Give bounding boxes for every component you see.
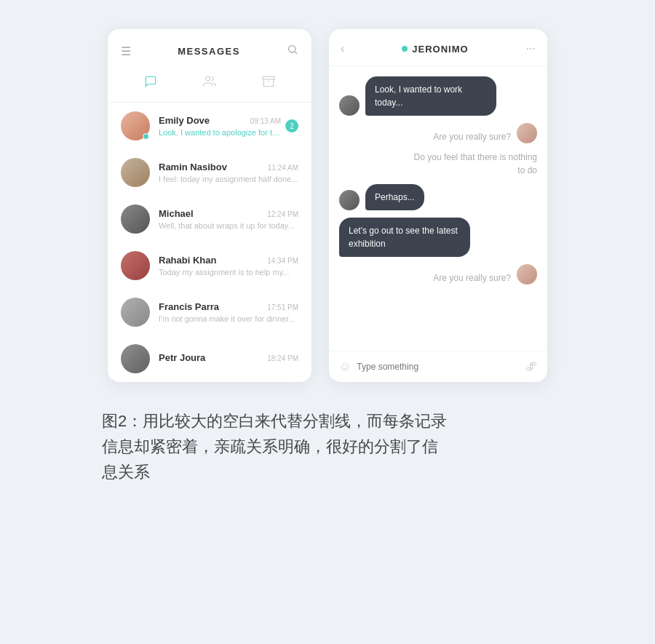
conv-info: Emily Dove09:13 AMLook, I wanted to apol… bbox=[159, 115, 281, 137]
conv-name: Petr Joura bbox=[159, 352, 205, 363]
svg-rect-3 bbox=[263, 76, 275, 79]
avatar bbox=[121, 298, 150, 327]
conv-time: 11:24 AM bbox=[268, 164, 298, 172]
panels-row: ☰ MESSAGES bbox=[15, 29, 640, 382]
message-bubble: Perhaps... bbox=[365, 184, 424, 210]
avatar-wrap bbox=[121, 298, 150, 327]
chat-panel: ‹ JERONIMO ··· Look, I wanted to work to… bbox=[329, 29, 547, 382]
tab-bar bbox=[108, 65, 311, 103]
conv-info: Petr Joura18:24 PM bbox=[159, 352, 298, 365]
conv-top: Ramin Nasibov11:24 AM bbox=[159, 162, 298, 172]
conv-info: Ramin Nasibov11:24 AMI feel: today my as… bbox=[159, 162, 298, 183]
attachment-icon[interactable]: 🖇 bbox=[525, 360, 537, 373]
chat-contact-name: JERONIMO bbox=[412, 44, 468, 55]
online-dot bbox=[143, 133, 149, 140]
menu-icon[interactable]: ☰ bbox=[121, 44, 131, 58]
message-row: Are you really sure? bbox=[339, 264, 537, 285]
avatar-wrap bbox=[121, 251, 150, 280]
conversation-item[interactable]: Petr Joura18:24 PM bbox=[108, 335, 311, 382]
conv-time: 17:51 PM bbox=[267, 303, 298, 311]
conv-top: Francis Parra17:51 PM bbox=[159, 301, 298, 312]
msg-avatar bbox=[339, 190, 360, 210]
avatar bbox=[121, 251, 150, 280]
conv-name: Emily Dove bbox=[159, 115, 210, 126]
conv-preview: I feel: today my assignment half done... bbox=[159, 175, 298, 183]
emoji-icon[interactable]: ☺ bbox=[339, 360, 351, 373]
conversation-item[interactable]: Francis Parra17:51 PMI'm not gonna make … bbox=[108, 289, 311, 335]
conv-name: Michael bbox=[159, 208, 194, 219]
conv-time: 18:24 PM bbox=[267, 354, 298, 362]
message-row: Do you feel that there is nothing to do bbox=[339, 151, 537, 177]
avatar bbox=[121, 344, 150, 373]
conv-preview: Well, that about wraps it up for today..… bbox=[159, 221, 298, 230]
message-bubble: Look, I wanted to work today... bbox=[365, 76, 496, 116]
search-icon[interactable] bbox=[287, 44, 298, 58]
conversation-item[interactable]: Michael12:24 PMWell, that about wraps it… bbox=[108, 196, 311, 242]
message-row: Look, I wanted to work today... bbox=[339, 76, 537, 116]
avatar-wrap bbox=[121, 204, 150, 234]
conv-top: Michael12:24 PM bbox=[159, 208, 298, 219]
avatar bbox=[121, 204, 150, 234]
conversation-item[interactable]: Rahabi Khan14:34 PMToday my assignment i… bbox=[108, 242, 311, 289]
svg-line-1 bbox=[295, 52, 297, 54]
chat-input-bar: ☺ 🖇 bbox=[329, 351, 547, 382]
tab-chat[interactable] bbox=[140, 71, 161, 92]
conv-top: Rahabi Khan14:34 PM bbox=[159, 255, 298, 266]
conv-top: Petr Joura18:24 PM bbox=[159, 352, 298, 363]
message-input[interactable] bbox=[357, 362, 520, 372]
avatar-wrap bbox=[121, 344, 150, 373]
msg-avatar bbox=[339, 95, 360, 116]
conversation-item[interactable]: Ramin Nasibov11:24 AMI feel: today my as… bbox=[108, 149, 311, 196]
msg-avatar bbox=[517, 264, 537, 285]
conv-info: Michael12:24 PMWell, that about wraps it… bbox=[159, 208, 298, 230]
conv-info: Rahabi Khan14:34 PMToday my assignment i… bbox=[159, 255, 298, 277]
conv-name: Rahabi Khan bbox=[159, 255, 216, 266]
conv-info: Francis Parra17:51 PMI'm not gonna make … bbox=[159, 301, 298, 323]
back-button[interactable]: ‹ bbox=[341, 42, 344, 55]
svg-point-2 bbox=[206, 76, 210, 81]
online-indicator bbox=[402, 46, 408, 52]
unread-badge: 2 bbox=[285, 119, 298, 132]
message-row: Perhaps... bbox=[339, 184, 537, 210]
chat-header: ‹ JERONIMO ··· bbox=[329, 29, 547, 66]
tab-group[interactable] bbox=[199, 71, 220, 92]
conversation-list: Emily Dove09:13 AMLook, I wanted to apol… bbox=[108, 103, 311, 382]
avatar-wrap bbox=[121, 158, 150, 187]
conv-preview: Today my assignment is to help my... bbox=[159, 268, 298, 277]
conv-time: 12:24 PM bbox=[267, 210, 298, 218]
conv-time: 14:34 PM bbox=[267, 257, 298, 265]
more-options-button[interactable]: ··· bbox=[526, 42, 536, 55]
svg-point-0 bbox=[289, 46, 295, 52]
conv-time: 09:13 AM bbox=[250, 117, 281, 125]
avatar bbox=[121, 158, 150, 187]
conversation-item[interactable]: Emily Dove09:13 AMLook, I wanted to apol… bbox=[108, 103, 311, 149]
chat-messages: Look, I wanted to work today...Are you r… bbox=[329, 66, 547, 351]
messages-panel: ☰ MESSAGES bbox=[108, 29, 311, 382]
caption-label: 图2： bbox=[102, 412, 143, 430]
conv-name: Ramin Nasibov bbox=[159, 162, 227, 172]
conv-preview: I'm not gonna make it over for dinner... bbox=[159, 314, 298, 323]
message-bubble: Are you really sure? bbox=[433, 130, 511, 143]
caption: 图2：用比较大的空白来代替分割线，而每条记录信息却紧密着，亲疏关系明确，很好的分… bbox=[58, 408, 495, 485]
conv-preview: Look, I wanted to apologize for today... bbox=[159, 128, 281, 137]
message-row: Let's go out to see the latest exhibitio… bbox=[339, 218, 537, 257]
message-bubble: Are you really sure? bbox=[433, 271, 511, 285]
chat-header-center: JERONIMO bbox=[402, 44, 468, 55]
msg-avatar bbox=[517, 123, 537, 143]
message-row: Are you really sure? bbox=[339, 123, 537, 143]
message-bubble: Let's go out to see the latest exhibitio… bbox=[339, 218, 470, 257]
messages-header: ☰ MESSAGES bbox=[108, 29, 311, 65]
conv-name: Francis Parra bbox=[159, 301, 219, 312]
caption-text: 图2：用比较大的空白来代替分割线，而每条记录信息却紧密着，亲疏关系明确，很好的分… bbox=[102, 408, 451, 485]
tab-archive[interactable] bbox=[258, 71, 279, 92]
message-bubble: Do you feel that there is nothing to do bbox=[406, 151, 537, 177]
messages-title: MESSAGES bbox=[178, 46, 240, 57]
avatar-wrap bbox=[121, 111, 150, 140]
conv-top: Emily Dove09:13 AM bbox=[159, 115, 281, 126]
caption-body: 用比较大的空白来代替分割线，而每条记录信息却紧密着，亲疏关系明确，很好的分割了信… bbox=[102, 412, 447, 481]
